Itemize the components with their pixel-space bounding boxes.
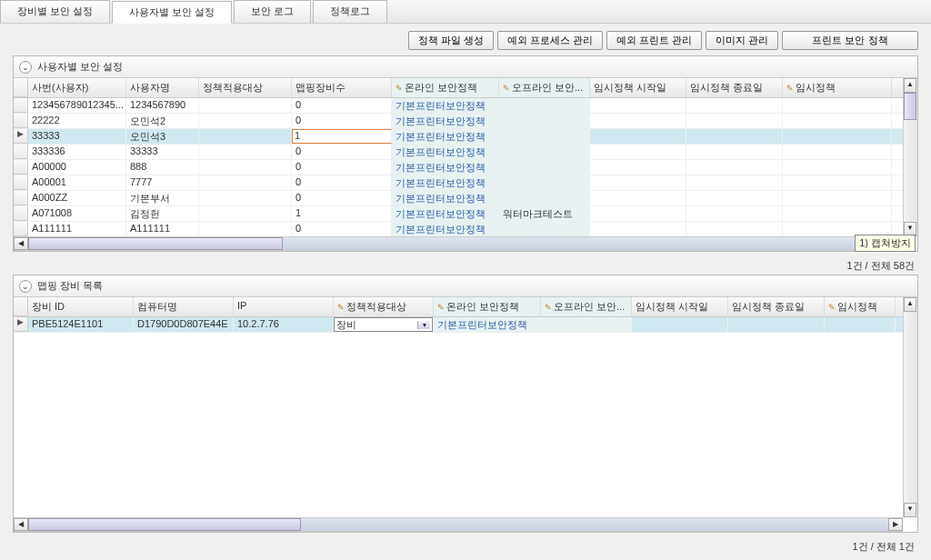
cell	[499, 175, 590, 190]
vertical-scrollbar[interactable]: ▲ ▼	[903, 78, 917, 236]
table-row[interactable]: A111111A1111110기본프린터보안정책	[14, 222, 917, 237]
collapse-icon[interactable]: ⌄	[19, 280, 32, 293]
cell	[686, 145, 783, 159]
column-header[interactable]: 임시정책 종료일	[728, 297, 825, 316]
cell	[590, 129, 686, 144]
toolbar: 정책 파일 생성 예외 프로세스 관리 예외 프린트 관리 이미지 관리 프린트…	[0, 24, 931, 55]
target-dropdown[interactable]: 장비 ▾ 장비 사용자	[334, 317, 434, 332]
pencil-icon: ✎	[337, 303, 345, 312]
table-row[interactable]: 22222오민석20기본프린터보안정책	[14, 114, 917, 129]
cell: 오민석3	[126, 129, 199, 144]
cell[interactable]: 기본프린터보안정책	[392, 206, 499, 221]
cell	[199, 175, 292, 190]
column-header[interactable]: 사용자명	[126, 78, 199, 97]
column-header[interactable]: ✎온라인 보안정책	[434, 297, 541, 316]
column-header[interactable]: 장비 ID	[28, 297, 134, 316]
cell: 33333	[28, 129, 126, 144]
scroll-right-button[interactable]: ▶	[888, 518, 903, 531]
cell	[783, 175, 892, 190]
table-row[interactable]: 123456789012345...12345678900기본프린터보안정책	[14, 98, 917, 114]
print-security-policy-button[interactable]: 프린트 보안 정책	[782, 31, 918, 50]
scroll-thumb[interactable]	[28, 237, 283, 250]
tab-bar: 장비별 보안 설정 사용자별 보안 설정 보안 로그 정책로그	[0, 0, 931, 24]
cell[interactable]: 기본프린터보안정책	[392, 114, 499, 128]
horizontal-scrollbar[interactable]: ◀ ▶	[14, 517, 903, 532]
column-header[interactable]: ✎정책적용대상	[334, 297, 434, 316]
scroll-up-button[interactable]: ▲	[904, 297, 916, 312]
table-row[interactable]: ▶33333오민석31기본프린터보안정책	[14, 129, 917, 145]
column-header[interactable]: ✎오프라인 보안...	[499, 78, 590, 97]
cell	[590, 98, 686, 113]
column-header[interactable]: 맵핑장비수	[292, 78, 392, 97]
scroll-down-button[interactable]: ▼	[904, 503, 916, 517]
column-header[interactable]: 임시정책 종료일	[686, 78, 783, 97]
cell-computer-name: D1790D0D807E44E	[134, 317, 234, 332]
cell[interactable]: 기본프린터보안정책	[392, 98, 499, 113]
cell: 오민석2	[126, 114, 199, 128]
cell	[783, 145, 892, 159]
row-indicator-icon	[14, 191, 28, 205]
row-indicator-icon	[14, 145, 28, 159]
table-row[interactable]: ▶ PBE5124E1101 D1790D0D807E44E 10.2.7.76…	[14, 317, 917, 333]
cell[interactable]: 기본프린터보안정책	[392, 129, 499, 144]
column-header[interactable]: 임시정책 시작일	[590, 78, 686, 97]
cell	[686, 129, 783, 144]
cell	[590, 160, 686, 175]
table-row[interactable]: A000008880기본프린터보안정책	[14, 160, 917, 175]
cell[interactable]: 기본프린터보안정책	[392, 175, 499, 190]
cell	[499, 160, 590, 175]
exception-process-button[interactable]: 예외 프로세스 관리	[497, 31, 603, 50]
cell	[590, 191, 686, 205]
cell[interactable]: 기본프린터보안정책	[392, 222, 499, 236]
table-row[interactable]: A0000177770기본프린터보안정책	[14, 175, 917, 191]
grid-body: 123456789012345...12345678900기본프린터보안정책22…	[14, 98, 917, 240]
exception-print-button[interactable]: 예외 프린트 관리	[606, 31, 702, 50]
column-header[interactable]: 사번(사용자)	[28, 78, 126, 97]
image-manage-button[interactable]: 이미지 관리	[706, 31, 778, 50]
column-header[interactable]: ✎온라인 보안정책	[392, 78, 499, 97]
column-header[interactable]: 컴퓨터명	[134, 297, 234, 316]
cell: 33333	[126, 145, 199, 159]
scroll-left-button[interactable]: ◀	[14, 237, 28, 250]
cell: 0	[292, 114, 392, 128]
column-header[interactable]: 정책적용대상	[199, 78, 292, 97]
panel-title: 사용자별 보안 설정	[37, 60, 123, 74]
cell[interactable]: 기본프린터보안정책	[392, 160, 499, 175]
tab-security-log[interactable]: 보안 로그	[234, 0, 311, 23]
cell	[499, 114, 590, 128]
horizontal-scrollbar[interactable]: ◀ ▶	[14, 236, 903, 251]
collapse-icon[interactable]: ⌄	[19, 61, 32, 74]
scroll-thumb[interactable]	[28, 518, 301, 531]
column-header[interactable]: ✎임시정책	[783, 78, 892, 97]
cell[interactable]: 기본프린터보안정책	[392, 191, 499, 205]
cell: 0	[292, 98, 392, 113]
dropdown-arrow-icon[interactable]: ▾	[417, 321, 430, 329]
cell	[590, 114, 686, 128]
table-row[interactable]: 333336333330기본프린터보안정책	[14, 145, 917, 160]
table-row[interactable]: A071008김정헌1기본프린터보안정책워터마크테스트	[14, 206, 917, 222]
column-header[interactable]: ✎오프라인 보안...	[541, 297, 632, 316]
cell[interactable]: 기본프린터보안정책	[392, 145, 499, 159]
scroll-left-button[interactable]: ◀	[14, 518, 28, 531]
scroll-up-button[interactable]: ▲	[904, 78, 916, 93]
panel-header[interactable]: ⌄ 맵핑 장비 목록	[14, 275, 917, 297]
cell: 1	[292, 129, 392, 144]
column-header[interactable]: ✎임시정책	[825, 297, 896, 316]
tab-user-security[interactable]: 사용자별 보안 설정	[112, 1, 232, 24]
cell	[686, 206, 783, 221]
cell	[686, 222, 783, 236]
column-header[interactable]: 임시정책 시작일	[632, 297, 728, 316]
cell: 333336	[28, 145, 126, 159]
table-row[interactable]: A000ZZ기본부서0기본프린터보안정책	[14, 191, 917, 206]
row-indicator-icon: ▶	[14, 129, 28, 144]
tooltip: 1) 캡쳐방지	[855, 235, 916, 252]
cell: 0	[292, 222, 392, 236]
column-header[interactable]: IP	[234, 297, 334, 316]
panel-header[interactable]: ⌄ 사용자별 보안 설정	[14, 56, 917, 78]
cell-online-policy[interactable]: 기본프린터보안정책	[434, 317, 541, 332]
policy-file-create-button[interactable]: 정책 파일 생성	[408, 31, 494, 50]
tab-device-security[interactable]: 장비별 보안 설정	[0, 0, 110, 23]
scroll-thumb[interactable]	[904, 93, 916, 120]
tab-policy-log[interactable]: 정책로그	[313, 0, 387, 23]
vertical-scrollbar[interactable]: ▲ ▼	[903, 297, 917, 517]
